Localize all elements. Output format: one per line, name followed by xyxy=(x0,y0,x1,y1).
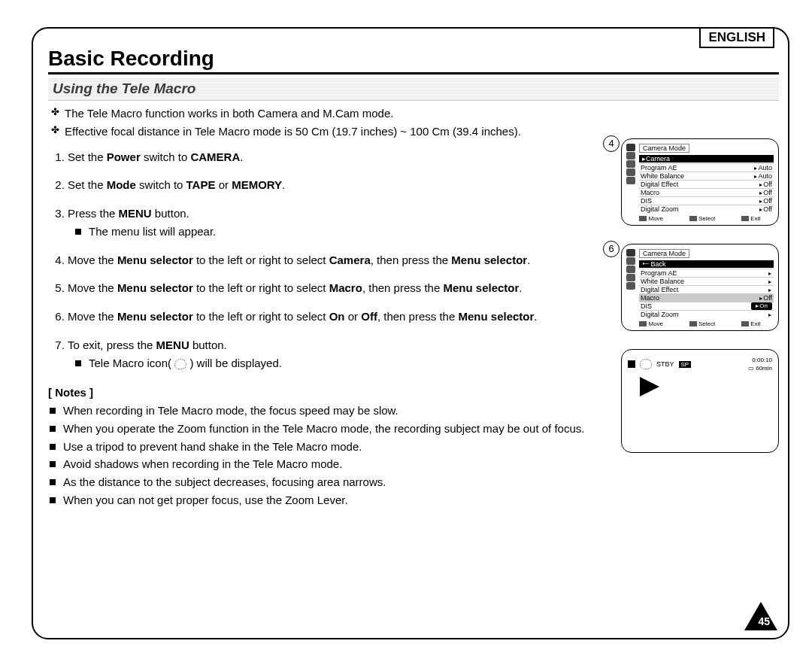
osd4-title: Camera Mode xyxy=(639,144,689,153)
tele-macro-icon xyxy=(640,359,652,369)
osd6-row: DISOn xyxy=(639,302,774,310)
stby-label: STBY xyxy=(656,360,674,368)
body-text: The Tele Macro function works in both Ca… xyxy=(48,101,615,510)
osd-foot-item: Move xyxy=(639,215,663,222)
note-item: When you can not get proper focus, use t… xyxy=(48,492,615,509)
status-figure: STBY SP 0:00:10 ▭ 60min xyxy=(621,349,779,453)
step-item: Move the Menu selector to the left or ri… xyxy=(68,308,615,325)
step-sub: Tele Macro icon( ) will be displayed. xyxy=(75,355,615,372)
osd4-row: Digital EffectOff xyxy=(639,180,774,188)
osd-foot-item: Exit xyxy=(741,215,760,222)
osd-foot-item: Move xyxy=(639,320,663,327)
section-subheading: Using the Tele Macro xyxy=(48,77,779,101)
step-item: Move the Menu selector to the left or ri… xyxy=(68,252,615,269)
timecode: 0:00:10 xyxy=(748,356,772,364)
note-item: When recording in Tele Macro mode, the f… xyxy=(48,402,615,419)
notes-heading: [ Notes ] xyxy=(48,384,615,401)
callout-4: 4 xyxy=(603,135,620,152)
osd-foot-item: Exit xyxy=(741,320,760,327)
osd6-title: Camera Mode xyxy=(639,249,689,258)
page-number-badge: 45 xyxy=(744,602,777,630)
step-item: Press the MENU button.The menu list will… xyxy=(68,205,615,240)
osd4-row: Program AEAuto xyxy=(639,163,774,172)
note-item: Avoid shadows when recording in the Tele… xyxy=(48,456,615,472)
osd4-row: DISOff xyxy=(639,196,774,205)
osd6-row: Digital Zoom xyxy=(639,310,774,318)
language-badge: ENGLISH xyxy=(699,27,774,48)
page-title: Basic Recording xyxy=(48,47,779,74)
play-icon xyxy=(640,377,659,396)
osd-figure-4: 4 Camera Mode ▸Camera Program AEAutoWhit… xyxy=(621,138,779,226)
note-item: As the distance to the subject decreases… xyxy=(48,474,615,490)
osd6-row: Digital Effect xyxy=(639,285,774,293)
tape-remain: 60min xyxy=(756,365,772,372)
intro-bullet: The Tele Macro function works in both Ca… xyxy=(48,105,615,122)
osd4-row: Digital ZoomOff xyxy=(639,205,774,213)
note-item: When you operate the Zoom function in th… xyxy=(48,421,615,437)
osd6-row: Program AE xyxy=(639,269,774,277)
callout-6: 6 xyxy=(603,241,620,257)
osd6-row: White Balance xyxy=(639,277,774,285)
record-icon xyxy=(628,360,635,368)
osd4-row: MacroOff xyxy=(639,188,774,196)
osd6-back: ⭠ Back xyxy=(639,260,774,268)
sp-badge: SP xyxy=(679,361,692,368)
step-item: Set the Mode switch to TAPE or MEMORY. xyxy=(68,177,615,193)
step-item: To exit, press the MENU button.Tele Macr… xyxy=(68,337,615,372)
intro-bullet: Effective focal distance in Tele Macro m… xyxy=(48,123,615,140)
osd4-highlight: ▸Camera xyxy=(639,155,774,162)
manual-page: ENGLISH Basic Recording Using the Tele M… xyxy=(32,27,789,639)
note-item: Use a tripod to prevent hand shake in th… xyxy=(48,439,615,455)
step-item: Set the Power switch to CAMERA. xyxy=(68,149,615,166)
step-sub: The menu list will appear. xyxy=(75,223,615,240)
osd-figure-6: 6 Camera Mode ⭠ Back Program AEWhite Bal… xyxy=(621,244,779,331)
osd4-row: White BalanceAuto xyxy=(639,172,774,180)
osd-foot-item: Select xyxy=(689,320,715,327)
osd-foot-item: Select xyxy=(689,215,715,222)
osd6-selected-row: MacroOff xyxy=(639,293,774,302)
step-item: Move the Menu selector to the left or ri… xyxy=(68,280,615,296)
tele-macro-icon xyxy=(174,359,186,369)
